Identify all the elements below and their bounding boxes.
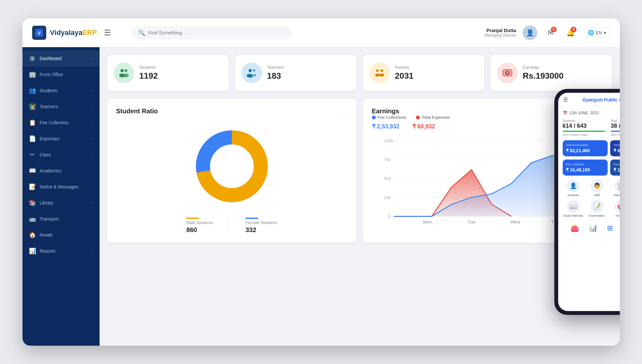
sidebar-item-teachers[interactable]: 👨‍🏫 Teachers › xyxy=(22,99,100,115)
search-input[interactable] xyxy=(148,30,286,35)
phone-staff-val: 38 / 43 xyxy=(611,123,620,129)
main-content: Students 1192 Teachers xyxy=(100,47,620,346)
sidebar-item-expenses[interactable]: 📄 Expenses › xyxy=(22,131,100,147)
sidebar-item-reports[interactable]: 📊 Reports › xyxy=(22,243,100,259)
expenses-icon: 📄 xyxy=(29,135,36,142)
user-name: Pranjal Dutta xyxy=(485,28,516,33)
phone-nav-wallet-icon[interactable]: 👛 xyxy=(570,224,579,232)
phone-icon-label-study: Study Materials xyxy=(563,214,583,217)
fee-collections-dot xyxy=(372,116,376,119)
search-bar[interactable]: 🔍 xyxy=(132,26,292,39)
phone-students-progress xyxy=(563,131,607,132)
academics-icon: 📖 xyxy=(29,167,36,174)
sidebar-item-library[interactable]: 📚 Library › xyxy=(22,195,100,211)
topbar-right: Pranjal Dutta Managing Director 👤 ✉ 5 🔔 … xyxy=(485,25,610,40)
phone-icon-notices[interactable]: 📢 Notices xyxy=(610,200,620,217)
female-legend-line xyxy=(245,218,258,219)
phone-blue-cards-row2: Fee Collection ₹ 16,48,195 Payroll & Exp… xyxy=(563,160,620,176)
parents-stat-label: Parents xyxy=(395,65,478,70)
sidebar-item-academics[interactable]: 📖 Academics xyxy=(22,163,100,179)
app-name: VidyalayaERP xyxy=(50,29,97,37)
phone-staff-fill xyxy=(611,131,620,132)
chevron-right-icon: › xyxy=(92,120,93,125)
language-selector[interactable]: 🌐 EN ▾ xyxy=(584,28,610,38)
user-avatar[interactable]: 👤 xyxy=(523,25,537,40)
phone-attendance-icon: 📋 xyxy=(614,179,620,192)
male-legend: Male Students 860 xyxy=(186,218,213,234)
phone-icon-exam[interactable]: 📝 Examination xyxy=(586,200,608,217)
students-stat-label: Students xyxy=(139,65,222,70)
student-ratio-card: Student Ratio ··· xyxy=(107,99,356,243)
phone-nav-chart-icon[interactable]: 📊 xyxy=(589,224,597,232)
phone-payroll-label: Payroll & Expenses xyxy=(613,163,620,166)
teachers-stat-info: Teachers 183 xyxy=(267,65,350,81)
svg-text:Mon: Mon xyxy=(423,220,432,224)
students-stat-value: 1192 xyxy=(139,71,222,81)
students-icon: 👥 xyxy=(29,87,36,94)
phone-nav-grid-icon[interactable]: ⊞ xyxy=(607,224,613,232)
sidebar-item-front-office[interactable]: 🏢 Front Office xyxy=(22,66,100,82)
hamburger-menu[interactable]: ☰ xyxy=(104,28,111,37)
students-stat-icon xyxy=(114,63,134,83)
sidebar-label-hostel: Hostel xyxy=(40,232,53,238)
sidebar-item-transport[interactable]: 🚌 Transport xyxy=(22,211,100,227)
phone-stats-row: Students 614 / 643 95% Present Today Sta… xyxy=(563,119,620,136)
phone-icon-label-staff: Staff xyxy=(594,194,600,197)
svg-point-12 xyxy=(375,74,380,77)
sidebar-item-students[interactable]: 👥 Students › xyxy=(22,82,100,99)
sidebar-item-dashboard[interactable]: ⊞ Dashboard › xyxy=(22,50,100,66)
sidebar-label-reports: Reports xyxy=(40,248,56,254)
sidebar-item-fee-collection[interactable]: 📋 Fee Collection › xyxy=(22,115,100,131)
phone-staff-stat: Staff 38 / 43 88% Present Today xyxy=(611,119,620,136)
phone-total-receivables-val: ₹ 82,21,480 xyxy=(566,148,604,153)
phone-students-pct: 95% Present Today xyxy=(563,133,607,136)
svg-text:₹: ₹ xyxy=(506,71,509,75)
hostel-icon: 🏠 xyxy=(29,231,36,238)
phone-staff-progress xyxy=(611,131,620,132)
phone-notices-icon: 📢 xyxy=(614,200,620,213)
total-expenses-legend: Total Expenses xyxy=(416,115,450,120)
phone-students-stat: Students 614 / 643 95% Present Today xyxy=(563,119,607,136)
notification-icon[interactable]: 🔔 8 xyxy=(564,26,577,39)
phone-students-val: 614 / 643 xyxy=(563,123,607,129)
sidebar-item-hostel[interactable]: 🏠 Hostel xyxy=(22,227,100,243)
svg-point-13 xyxy=(380,74,384,77)
phone-staff-pct: 88% Present Today xyxy=(611,133,620,136)
svg-point-19 xyxy=(211,145,253,187)
chevron-right-icon: › xyxy=(92,249,93,253)
user-info: Pranjal Dutta Managing Director xyxy=(485,28,516,38)
phone-icon-attendance[interactable]: 📋 Attendance xyxy=(610,179,620,197)
phone-header: ☰ Gyanjyoti Public School xyxy=(558,93,620,107)
phone-date: 📅 12th JUNE, 2023 xyxy=(563,111,599,115)
svg-text:75k: 75k xyxy=(384,158,391,162)
phone-icon-label-attendance: Attendance xyxy=(613,194,620,197)
sidebar-item-class[interactable]: ✂ Class › xyxy=(22,147,100,163)
notif-badge: 8 xyxy=(571,27,576,32)
phone-icon-students[interactable]: 👤 Students xyxy=(563,179,584,197)
sidebar-label-academics: Academics xyxy=(40,168,62,173)
sidebar-label-front-office: Front Office xyxy=(40,72,63,77)
stat-card-parents: Parents 2031 xyxy=(363,55,484,91)
phone-fee-label: Fee Collection xyxy=(566,163,604,166)
earnings-stat-label: Earnings xyxy=(523,65,606,70)
stats-row: Students 1192 Teachers xyxy=(107,55,612,91)
phone-mockup: ☰ Gyanjyoti Public School 📅 xyxy=(554,89,620,315)
phone-exam-icon: 📝 xyxy=(591,200,603,213)
phone-icon-study[interactable]: 📖 Study Materials xyxy=(563,200,584,217)
transport-icon: 🚌 xyxy=(29,215,36,222)
phone-screen: ☰ Gyanjyoti Public School 📅 xyxy=(558,93,620,311)
lang-chevron-icon: ▾ xyxy=(604,30,606,35)
parents-stat-icon xyxy=(369,63,390,83)
sidebar-item-notice-messages[interactable]: 📝 Notice & Messages xyxy=(22,179,100,195)
phone-icon-staff[interactable]: 👨 Staff xyxy=(586,179,608,197)
sidebar-label-transport: Transport xyxy=(40,216,59,221)
class-icon: ✂ xyxy=(29,151,36,158)
teachers-stat-label: Teachers xyxy=(267,65,350,70)
sidebar-label-fee-collection: Fee Collection xyxy=(40,120,69,125)
svg-point-2 xyxy=(120,69,124,72)
stat-card-earnings: ₹ Earnings Rs.193000 xyxy=(491,55,612,91)
chart-more-icon[interactable]: ··· xyxy=(342,111,347,118)
mail-icon[interactable]: ✉ 5 xyxy=(544,26,557,39)
library-icon: 📚 xyxy=(29,199,36,206)
charts-row: Student Ratio ··· xyxy=(107,99,612,243)
